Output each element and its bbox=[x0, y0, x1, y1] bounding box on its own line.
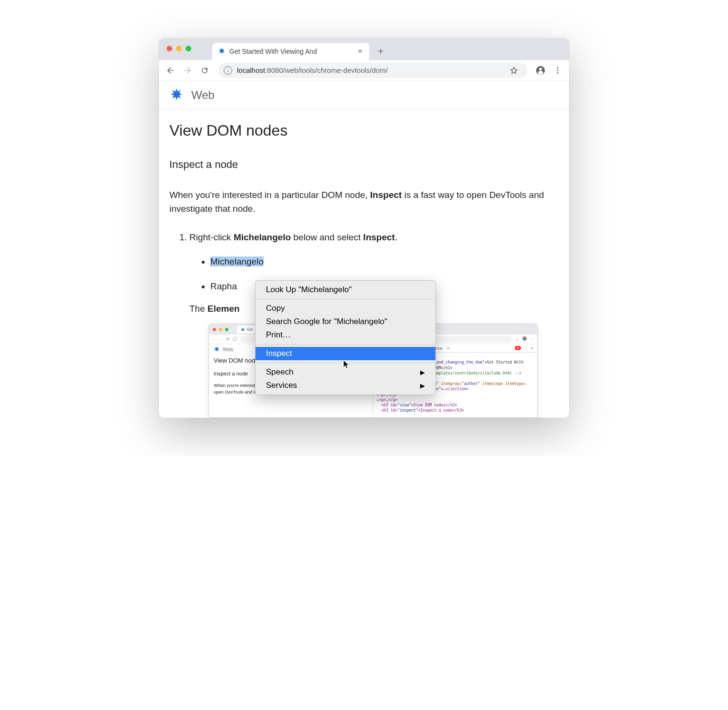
intro-paragraph: When you're interested in a particular D… bbox=[169, 188, 559, 216]
devtools-tab-more: » bbox=[447, 346, 450, 351]
new-tab-button[interactable]: + bbox=[374, 45, 387, 58]
context-menu-search-google[interactable]: Search Google for "Michelangelo" bbox=[256, 315, 435, 328]
tab-bar: Get Started With Viewing And × + bbox=[159, 38, 569, 60]
nested-forward-icon: → bbox=[219, 337, 223, 342]
bookmark-star-button[interactable] bbox=[506, 63, 521, 78]
context-menu-separator bbox=[256, 363, 435, 363]
nested-profile-icon bbox=[522, 336, 527, 342]
page-heading-2: Inspect a node bbox=[169, 158, 559, 171]
nested-tab: Ge bbox=[237, 325, 256, 334]
page-heading-1: View DOM nodes bbox=[169, 122, 559, 139]
site-header: Web bbox=[159, 81, 569, 109]
devtools-menu-icon: ⋮ bbox=[524, 346, 528, 351]
nested-back-icon: ← bbox=[212, 337, 216, 342]
context-menu-copy[interactable]: Copy bbox=[256, 302, 435, 315]
svg-point-4 bbox=[557, 72, 559, 73]
svg-point-5 bbox=[522, 336, 527, 341]
svg-point-2 bbox=[557, 67, 559, 69]
devtools-close-icon: × bbox=[531, 346, 533, 351]
address-bar[interactable]: i localhost:8080/web/tools/chrome-devtoo… bbox=[218, 63, 527, 78]
profile-button[interactable] bbox=[533, 63, 548, 78]
svg-point-1 bbox=[539, 68, 542, 70]
asterisk-favicon-icon bbox=[218, 47, 226, 56]
nested-minimize-icon bbox=[219, 328, 222, 331]
forward-button[interactable] bbox=[180, 63, 195, 78]
context-menu-separator bbox=[256, 344, 435, 345]
context-menu-print[interactable]: Print… bbox=[256, 328, 435, 342]
browser-tab[interactable]: Get Started With Viewing And × bbox=[212, 43, 369, 60]
selected-text: Michelangelo bbox=[210, 256, 264, 266]
close-window-button[interactable] bbox=[167, 46, 172, 51]
site-info-icon[interactable]: i bbox=[224, 66, 232, 75]
context-menu-speech[interactable]: Speech ▶ bbox=[256, 365, 435, 379]
context-menu-separator bbox=[256, 299, 435, 299]
context-menu-lookup[interactable]: Look Up "Michelangelo" bbox=[256, 283, 435, 296]
tab-title: Get Started With Viewing And bbox=[229, 48, 353, 55]
url-text: localhost:8080/web/tools/chrome-devtools… bbox=[237, 66, 502, 74]
submenu-arrow-icon: ▶ bbox=[420, 369, 425, 376]
nested-maximize-icon bbox=[225, 328, 228, 331]
context-menu: Look Up "Michelangelo" Copy Search Googl… bbox=[255, 280, 436, 395]
nested-close-icon bbox=[213, 328, 216, 331]
browser-toolbar: i localhost:8080/web/tools/chrome-devtoo… bbox=[159, 60, 569, 81]
maximize-window-button[interactable] bbox=[186, 46, 191, 51]
nested-reload-icon: ⟳ bbox=[226, 337, 230, 342]
svg-point-3 bbox=[557, 69, 559, 71]
back-button[interactable] bbox=[163, 63, 178, 78]
nested-star-icon: ☆ bbox=[515, 337, 519, 342]
context-menu-inspect[interactable]: Inspect bbox=[256, 347, 435, 360]
site-title[interactable]: Web bbox=[191, 89, 215, 102]
window-controls bbox=[167, 46, 191, 51]
chrome-menu-button[interactable] bbox=[550, 63, 565, 78]
devtools-error-badge: 6 bbox=[515, 346, 521, 350]
submenu-arrow-icon: ▶ bbox=[420, 382, 425, 389]
close-tab-button[interactable]: × bbox=[357, 48, 364, 55]
browser-window: Get Started With Viewing And × + i local… bbox=[159, 38, 569, 418]
nested-info-icon: i bbox=[233, 337, 237, 341]
reload-button[interactable] bbox=[197, 63, 212, 78]
minimize-window-button[interactable] bbox=[176, 46, 182, 51]
context-menu-services[interactable]: Services ▶ bbox=[256, 379, 435, 392]
list-item-michelangelo[interactable]: Michelangelo bbox=[210, 255, 559, 268]
nested-menu-icon: ⋮ bbox=[530, 337, 534, 342]
site-logo-icon bbox=[169, 87, 184, 103]
